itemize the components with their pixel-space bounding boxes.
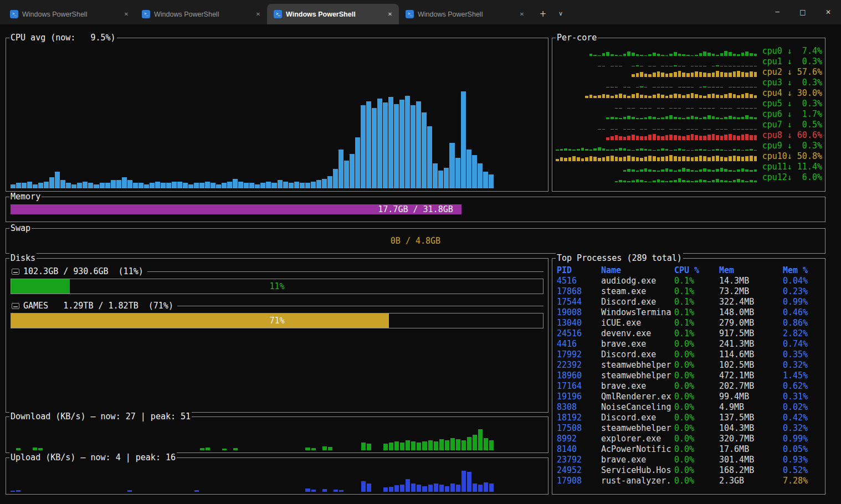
tab-3[interactable]: >_Windows PowerShell✕	[267, 4, 399, 24]
chart-bar	[38, 183, 43, 188]
close-button[interactable]: ✕	[816, 0, 841, 24]
tab-4[interactable]: >_Windows PowerShell✕	[399, 4, 531, 24]
chart-bar	[665, 96, 669, 98]
chart-bar	[632, 74, 635, 77]
chart-bar	[669, 108, 673, 109]
chart-bar	[737, 108, 740, 109]
terminal-content[interactable]: socktop — host: DESKTOP-9P19121 | CPU Te…	[0, 24, 841, 504]
chart-bar	[695, 55, 698, 56]
tab-close-icon[interactable]: ✕	[384, 9, 396, 20]
minimize-button[interactable]: ─	[765, 0, 790, 24]
chart-bar	[627, 150, 630, 151]
chart-bar	[699, 118, 702, 119]
process-cell: 0.04%	[783, 276, 823, 286]
chart-bar	[589, 156, 593, 161]
chart-bar	[665, 149, 669, 151]
chart-bar	[737, 66, 740, 66]
new-tab-button[interactable]: +	[535, 7, 551, 21]
process-cell: QmlRenderer.ex	[601, 392, 674, 402]
chart-bar	[691, 170, 694, 172]
chart-bar	[636, 179, 639, 182]
chart-bar	[712, 156, 715, 161]
chart-bar	[729, 73, 732, 77]
core-sparkline	[556, 48, 760, 56]
tab-close-icon[interactable]: ✕	[253, 9, 264, 20]
core-row: cpu6 ↓ 1.7%	[556, 109, 822, 119]
chart-bar	[636, 149, 639, 151]
tab-dropdown-button[interactable]: ∨	[553, 7, 568, 21]
column-header: Mem	[719, 265, 783, 276]
chart-bar	[619, 157, 622, 161]
tab-2[interactable]: >_Windows PowerShell✕	[135, 4, 267, 24]
chart-bar	[745, 169, 748, 172]
chart-bar	[691, 73, 694, 77]
chart-bar	[669, 73, 673, 77]
chart-bar	[589, 95, 593, 98]
chart-bar	[244, 183, 249, 188]
chart-bar	[691, 93, 694, 98]
chart-bar	[716, 135, 719, 140]
tab-close-icon[interactable]: ✕	[516, 9, 527, 20]
chart-bar	[733, 129, 736, 130]
chart-bar	[653, 87, 656, 88]
chart-bar	[581, 158, 584, 161]
process-cell: 7.28%	[783, 476, 823, 486]
chart-bar	[456, 439, 460, 450]
chart-bar	[16, 448, 20, 450]
chart-bar	[438, 171, 443, 189]
chart-bar	[661, 136, 664, 140]
chart-bar	[627, 52, 630, 56]
chart-bar	[716, 117, 719, 119]
chart-bar	[615, 117, 618, 119]
chart-bar	[416, 101, 421, 189]
chart-bar	[216, 184, 221, 189]
process-cell: steamwebhelper	[601, 360, 674, 371]
chart-bar	[611, 54, 614, 56]
chart-bar	[682, 118, 685, 119]
chart-bar	[661, 181, 664, 182]
tab-1[interactable]: >_Windows PowerShell✕	[3, 4, 135, 24]
chart-bar	[703, 66, 706, 66]
chart-bar	[206, 448, 210, 450]
process-cell: 472.1MB	[719, 371, 783, 381]
chart-bar	[720, 180, 724, 182]
swap-panel: Swap 0B / 4.8GB	[6, 228, 825, 254]
chart-bar	[593, 96, 597, 98]
process-row: 19008WindowsTermina0.1%148.0MB0.46%	[557, 307, 823, 318]
per-core-title: Per-core	[556, 33, 598, 43]
process-row: 17164brave.exe0.0%202.7MB0.62%	[557, 381, 823, 392]
core-sparkline	[556, 69, 760, 77]
process-cell: 148.0MB	[719, 307, 783, 318]
disk-usage-text: GAMES 1.29TB / 1.82TB (71%)	[23, 301, 173, 311]
core-sparkline	[556, 142, 760, 151]
cpu-avg-title: CPU avg (now: 9.5%)	[9, 33, 117, 43]
chart-bar	[183, 183, 188, 188]
chart-bar	[422, 112, 427, 189]
chart-bar	[682, 54, 685, 56]
chart-bar	[653, 181, 656, 182]
chart-bar	[720, 108, 724, 109]
process-cell: 0.86%	[783, 318, 823, 328]
chart-bar	[750, 87, 753, 88]
process-cell: Discord.exe	[601, 297, 674, 307]
chart-bar	[724, 94, 727, 98]
chart-bar	[644, 168, 648, 172]
chart-bar	[200, 448, 204, 450]
terminal-window: >_Windows PowerShell✕>_Windows PowerShel…	[0, 0, 841, 504]
chart-bar	[383, 102, 388, 188]
chart-bar	[754, 169, 757, 172]
memory-title: Memory	[9, 192, 42, 202]
chart-bar	[644, 108, 648, 109]
maximize-button[interactable]: □	[790, 0, 816, 24]
chart-bar	[615, 157, 618, 161]
chart-bar	[741, 117, 745, 120]
chart-bar	[661, 73, 664, 77]
chart-bar	[737, 156, 740, 161]
process-cell: 917.5MB	[719, 328, 783, 339]
process-cell: 0.0%	[674, 402, 719, 413]
core-row: cpu4 ↓ 30.0%	[556, 88, 822, 98]
chart-bar	[434, 484, 438, 492]
tab-close-icon[interactable]: ✕	[121, 9, 132, 20]
chart-bar	[619, 136, 622, 140]
core-label: cpu4 ↓ 30.0%	[760, 89, 822, 98]
